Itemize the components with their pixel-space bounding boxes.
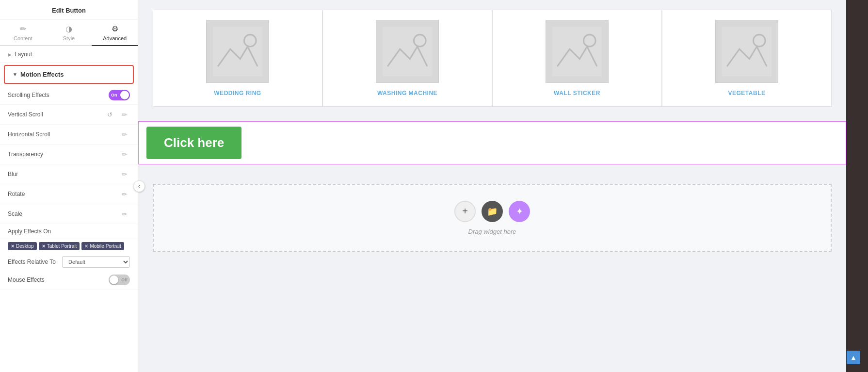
toggle-thumb [120, 91, 129, 99]
svg-rect-6 [722, 27, 772, 76]
left-panel: Edit Button ✏ Content ◑ Style ⚙ Advanced… [0, 0, 138, 372]
layout-section[interactable]: ▶ Layout [0, 46, 138, 63]
apply-effects-label: Apply Effects On [8, 228, 51, 235]
product-image-wedding-ring [206, 20, 269, 83]
svg-rect-4 [552, 27, 602, 76]
effects-relative-row: Effects Relative To Default Viewport Sec… [0, 253, 138, 271]
panel-title: Edit Button [8, 7, 130, 14]
tag-tablet-label: Tablet Portrait [47, 243, 77, 249]
drag-widget-wrapper: + 📁 ✦ Drag widget here [138, 174, 846, 261]
effects-relative-select[interactable]: Default Viewport Section [62, 256, 130, 268]
product-card-washing-machine: WASHING MACHINE [322, 10, 492, 107]
product-image-wall-sticker [546, 20, 609, 83]
panel-header: Edit Button [0, 0, 138, 19]
blur-edit[interactable]: ✏ [118, 168, 130, 180]
scrolling-effects-controls: On [109, 90, 130, 100]
vertical-scroll-reset[interactable]: ↺ [104, 109, 115, 120]
content-icon: ✏ [20, 24, 26, 33]
scrolling-effects-toggle[interactable]: On [109, 90, 130, 100]
mouse-effects-controls: Off [109, 275, 130, 285]
tag-mobile[interactable]: ✕ Mobile Portrait [81, 242, 124, 250]
right-panel [846, 0, 868, 372]
rotate-row: Rotate ✏ [0, 184, 138, 204]
transparency-label: Transparency [8, 151, 43, 158]
effects-tags-row: ✕ Desktop ✕ Tablet Portrait ✕ Mobile Por… [0, 239, 138, 253]
tab-content[interactable]: ✏ Content [0, 19, 46, 46]
product-name-washing-machine: WASHING MACHINE [377, 90, 437, 97]
tag-tablet-x[interactable]: ✕ [42, 243, 46, 249]
tag-desktop[interactable]: ✕ Desktop [8, 242, 37, 250]
tag-desktop-label: Desktop [16, 243, 34, 249]
sparkle-button[interactable]: ✦ [509, 201, 530, 222]
mouse-effects-row: Mouse Effects Off [0, 271, 138, 290]
rotate-edit[interactable]: ✏ [118, 188, 130, 200]
folder-button[interactable]: 📁 [482, 201, 503, 222]
tab-advanced[interactable]: ⚙ Advanced [92, 19, 138, 46]
products-grid: WEDDING RING WASHING MACHINE [153, 10, 832, 107]
product-card-vegetable: VEGETABLE [662, 10, 832, 107]
horizontal-scroll-row: Horizontal Scroll ✏ [0, 125, 138, 145]
advanced-icon: ⚙ [112, 24, 118, 33]
style-icon: ◑ [65, 24, 72, 33]
drag-widget-section: + 📁 ✦ Drag widget here [153, 184, 832, 252]
product-image-washing-machine [376, 20, 439, 83]
effects-relative-label: Effects Relative To [8, 259, 56, 265]
tab-style-label: Style [63, 35, 75, 41]
tag-mobile-x[interactable]: ✕ [84, 243, 88, 249]
rotate-label: Rotate [8, 191, 25, 197]
panel-collapse-handle[interactable]: ‹ [133, 180, 145, 192]
transparency-edit[interactable]: ✏ [118, 148, 130, 160]
vertical-scroll-row: Vertical Scroll ↺ ✏ [0, 105, 138, 125]
vertical-scroll-edit[interactable]: ✏ [118, 109, 130, 120]
scale-edit[interactable]: ✏ [118, 208, 130, 220]
scrolling-effects-label: Scrolling Effects [8, 92, 49, 98]
drag-widget-icons: + 📁 ✦ [454, 201, 530, 222]
horizontal-scroll-edit[interactable]: ✏ [118, 129, 130, 140]
tab-style[interactable]: ◑ Style [46, 19, 92, 46]
tabs-row: ✏ Content ◑ Style ⚙ Advanced [0, 19, 138, 46]
motion-effects-header[interactable]: ▼ Motion Effects [4, 65, 134, 84]
tab-advanced-label: Advanced [103, 35, 127, 41]
scroll-to-top-button[interactable]: ▲ [847, 351, 860, 364]
layout-arrow: ▶ [8, 52, 12, 57]
vertical-scroll-controls: ↺ ✏ [104, 109, 130, 120]
add-widget-button[interactable]: + [454, 201, 476, 222]
svg-rect-2 [383, 27, 432, 76]
layout-label: Layout [15, 51, 32, 58]
main-canvas: WEDDING RING WASHING MACHINE [138, 0, 846, 372]
product-card-wedding-ring: WEDDING RING [153, 10, 322, 107]
blur-row: Blur ✏ [0, 164, 138, 184]
scale-row: Scale ✏ [0, 204, 138, 224]
transparency-row: Transparency ✏ [0, 145, 138, 164]
apply-effects-row: Apply Effects On [0, 224, 138, 239]
scale-controls: ✏ [118, 208, 130, 220]
motion-effects-arrow: ▼ [13, 72, 17, 77]
product-card-wall-sticker: WALL STICKER [492, 10, 662, 107]
scrolling-effects-row: Scrolling Effects On [0, 86, 138, 105]
drag-widget-text: Drag widget here [468, 228, 516, 235]
folder-icon: 📁 [487, 206, 498, 217]
vertical-scroll-label: Vertical Scroll [8, 111, 43, 118]
toggle-off-label: Off [121, 277, 128, 282]
tab-content-label: Content [14, 35, 32, 41]
transparency-controls: ✏ [118, 148, 130, 160]
mouse-toggle-thumb [110, 275, 118, 284]
motion-effects-label: Motion Effects [20, 71, 64, 78]
tag-tablet[interactable]: ✕ Tablet Portrait [39, 242, 80, 250]
rotate-controls: ✏ [118, 188, 130, 200]
button-section: Click here [138, 121, 846, 164]
product-image-vegetable [715, 20, 778, 83]
horizontal-scroll-controls: ✏ [118, 129, 130, 140]
tag-mobile-label: Mobile Portrait [90, 243, 121, 249]
blur-controls: ✏ [118, 168, 130, 180]
mouse-effects-toggle[interactable]: Off [109, 275, 130, 285]
product-name-wall-sticker: WALL STICKER [554, 90, 600, 97]
svg-rect-0 [213, 27, 262, 76]
blur-label: Blur [8, 171, 18, 178]
mouse-effects-label: Mouse Effects [8, 276, 45, 283]
products-section: WEDDING RING WASHING MACHINE [138, 0, 846, 121]
product-name-vegetable: VEGETABLE [728, 90, 766, 97]
click-here-button[interactable]: Click here [146, 127, 241, 159]
toggle-on-label: On [111, 93, 117, 97]
tag-desktop-x[interactable]: ✕ [11, 243, 15, 249]
